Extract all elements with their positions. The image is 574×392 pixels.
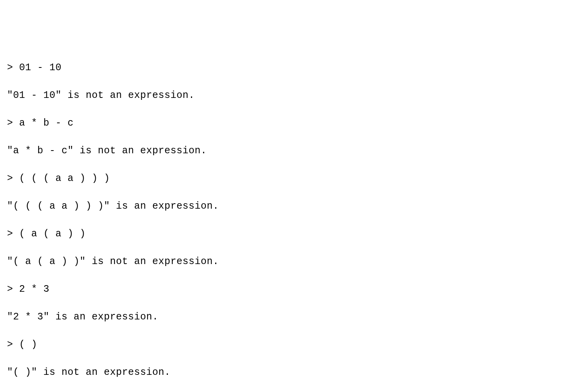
terminal-line: > ( ): [7, 338, 567, 352]
terminal-line: > a * b - c: [7, 116, 567, 130]
terminal-line: "( ( ( a a ) ) )" is an expression.: [7, 199, 567, 213]
terminal-line: > 2 * 3: [7, 282, 567, 296]
terminal-line: "2 * 3" is an expression.: [7, 310, 567, 324]
terminal-line: "( )" is not an expression.: [7, 365, 567, 380]
terminal-line: > 01 - 10: [7, 61, 567, 75]
terminal-line: > ( a ( a ) ): [7, 227, 567, 241]
terminal-line: "a * b - c" is not an expression.: [7, 144, 567, 158]
terminal-line: "01 - 10" is not an expression.: [7, 89, 567, 103]
terminal-line: > ( ( ( a a ) ) ): [7, 172, 567, 186]
terminal-line: "( a ( a ) )" is not an expression.: [7, 255, 567, 269]
